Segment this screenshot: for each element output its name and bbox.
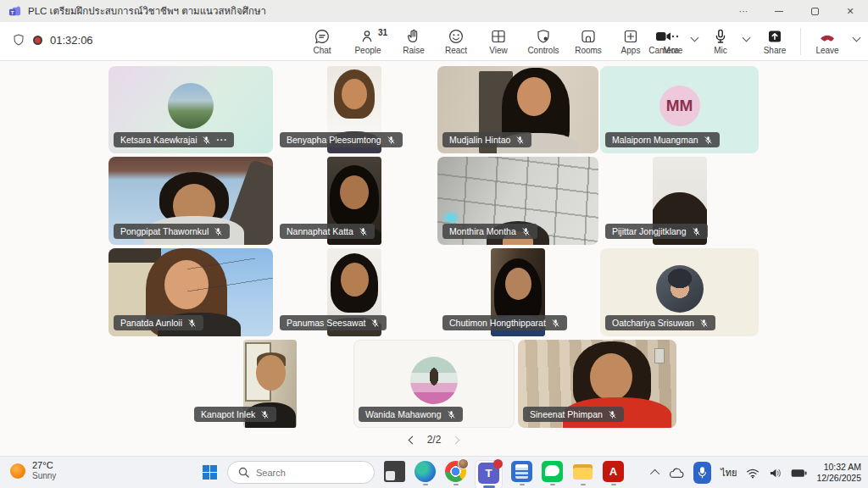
raise-hand-button[interactable]: Raise [395, 25, 432, 55]
taskbar-search[interactable] [227, 461, 375, 484]
people-button[interactable]: 31 People [346, 25, 390, 55]
mic-tray-icon [698, 467, 707, 479]
mic-muted-icon [202, 136, 211, 145]
next-page-chevron-icon[interactable] [452, 435, 460, 444]
participant-name-tag: Panatda Aunloii [114, 315, 203, 330]
participant-tile[interactable]: Monthira Montha [437, 157, 598, 245]
window-minimize-icon[interactable] [761, 0, 797, 22]
participant-tile[interactable]: Oatchariya Srisuwan [600, 248, 759, 336]
share-button[interactable]: Share [757, 25, 793, 55]
participant-tile[interactable]: Nannaphat Katta [275, 157, 434, 245]
person-face [505, 268, 531, 300]
tray-time: 10:32 AM [816, 462, 861, 473]
window-close-icon[interactable]: ✕ [832, 0, 868, 22]
previous-page-chevron-icon[interactable] [408, 435, 416, 444]
window-more-icon[interactable]: ··· [726, 0, 761, 22]
people-icon [359, 28, 376, 45]
view-grid-icon [490, 28, 507, 45]
active-mic-indicator[interactable] [693, 462, 711, 484]
taskbar-app-line[interactable] [542, 461, 563, 485]
language-indicator[interactable]: ไทย [721, 465, 737, 480]
participant-name: Monthira Montha [449, 226, 516, 236]
participant-tile[interactable]: Kanapot Inlek [189, 340, 350, 428]
camera-menu-chevron-icon[interactable] [691, 34, 699, 42]
leave-button[interactable]: Leave [809, 25, 846, 55]
meeting-timer: 01:32:06 [50, 34, 93, 47]
mic-muted-icon [692, 227, 701, 236]
mic-muted-icon [214, 227, 223, 236]
chat-button[interactable]: Chat [303, 25, 341, 55]
participant-name: Wanida Mahawong [365, 409, 442, 419]
participant-tile[interactable]: Pijittar Jongjitklang [600, 157, 759, 245]
view-button[interactable]: View [480, 25, 517, 55]
taskbar-app-calculator[interactable] [511, 461, 532, 485]
toolbar-divider [800, 28, 801, 55]
window-maximize-icon[interactable] [797, 0, 832, 22]
taskbar-app-acrobat[interactable]: A [603, 461, 624, 485]
participant-tile[interactable]: Wanida Mahawong [353, 340, 515, 428]
mic-menu-chevron-icon[interactable] [743, 34, 751, 42]
camera-button[interactable]: Camera [643, 25, 684, 55]
participant-tile[interactable]: Panatda Aunloii [108, 248, 273, 336]
hidden-icons-chevron-icon[interactable] [650, 469, 659, 479]
chat-icon [314, 28, 331, 45]
participant-tile[interactable]: Panumas Seesawat [275, 248, 434, 336]
avatar-photo [168, 83, 214, 129]
mic-muted-icon [608, 410, 617, 419]
task-view-icon [384, 461, 405, 482]
participant-name-tag: Panumas Seesawat [280, 315, 387, 330]
windows-start-icon [202, 464, 218, 480]
person-face [256, 355, 286, 391]
participant-name: Pijittar Jongjitklang [612, 226, 687, 236]
search-input[interactable] [256, 468, 358, 478]
tile-more-menu[interactable]: ··· [216, 136, 227, 145]
wifi-icon[interactable] [746, 468, 760, 479]
participant-tile[interactable]: Chutimon Hongthipparat [437, 248, 598, 336]
person-face [340, 175, 369, 209]
mic-muted-icon [387, 136, 396, 145]
teams-meeting-window: T PLC เตรียมฝึกประสบการณ์วิชาชีพฯ ตามแนว… [0, 0, 868, 488]
participant-tile[interactable]: Mudjalin Hintao [437, 66, 598, 153]
rooms-button[interactable]: Rooms [570, 25, 607, 55]
participant-tile[interactable]: Pongpipat Thawornkul [108, 157, 273, 245]
title-bar: T PLC เตรียมฝึกประสบการณ์วิชาชีพฯ ตามแนว… [0, 0, 868, 22]
recording-indicator-icon [33, 36, 42, 45]
speaker-icon[interactable] [769, 468, 782, 479]
weather-temperature: 27°C [32, 460, 56, 471]
taskbar-clock[interactable]: 10:32 AM 12/26/2025 [816, 462, 861, 484]
participant-tile[interactable]: MMMalaiporn Muangman [600, 66, 759, 153]
taskbar-app-teams[interactable]: T [476, 461, 502, 488]
search-icon [238, 467, 249, 478]
react-button[interactable]: React [437, 25, 475, 55]
people-count-badge: 31 [378, 28, 387, 37]
taskbar-app-task-view[interactable] [384, 461, 405, 482]
weather-widget[interactable]: 27°C Sunny [10, 460, 56, 481]
page-indicator: 2/2 [427, 434, 442, 446]
controls-button[interactable]: Controls [522, 25, 565, 55]
mic-muted-icon [699, 319, 709, 328]
avatar-photo [410, 357, 458, 404]
participant-name: Pongpipat Thawornkul [120, 226, 209, 236]
mic-button[interactable]: Mic [705, 25, 736, 55]
person-face [164, 260, 209, 309]
mic-muted-icon [359, 227, 368, 236]
start-button[interactable] [202, 461, 218, 480]
battery-icon[interactable] [791, 469, 807, 478]
participant-name-tag: Sineenat Phimpan [523, 407, 624, 422]
taskbar-app-edge[interactable] [415, 461, 436, 485]
taskbar-app-file-explorer[interactable] [572, 461, 593, 485]
participant-name-tag: Malaiporn Muangman [605, 132, 720, 147]
leave-menu-chevron-icon[interactable] [853, 34, 861, 42]
mic-icon [712, 28, 729, 45]
participant-name-tag: Pijittar Jongjitklang [605, 224, 708, 239]
windows-taskbar: 27°C Sunny T A [0, 456, 868, 488]
mic-muted-icon [551, 319, 560, 328]
taskbar-app-chrome[interactable] [445, 461, 466, 485]
onedrive-cloud-icon[interactable] [669, 468, 684, 479]
participant-tile[interactable]: Benyapha Pleesumtong [275, 66, 434, 153]
avatar-initials-text: MM [666, 97, 693, 115]
participant-name: Panatda Aunloii [120, 318, 182, 328]
participant-tile[interactable]: Sineenat Phimpan [518, 340, 676, 428]
participant-tile[interactable]: Ketsara Kaewkrajai··· [108, 66, 273, 153]
participant-name: Oatchariya Srisuwan [612, 318, 694, 328]
